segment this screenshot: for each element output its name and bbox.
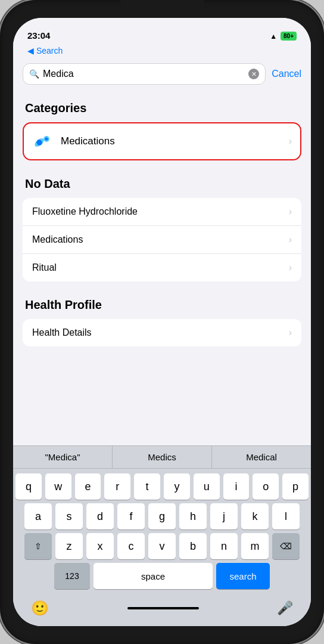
key-q[interactable]: q bbox=[15, 473, 42, 500]
autocomplete-row: "Medica" Medics Medical bbox=[13, 445, 311, 469]
key-d[interactable]: d bbox=[86, 503, 114, 530]
health-profile-header: Health Profile bbox=[13, 289, 311, 317]
scroll-content: Categories Medications › No Data bbox=[13, 92, 311, 445]
status-bar: 23:04 ▲ 80+ bbox=[13, 18, 311, 44]
bottom-bar: 🙂 🎤 bbox=[13, 595, 311, 626]
key-o[interactable]: o bbox=[253, 473, 279, 500]
key-h[interactable]: h bbox=[179, 503, 207, 530]
keyboard-keys: q w e r t y u i o p a s d f g bbox=[13, 469, 311, 595]
keyboard-area: "Medica" Medics Medical q w e r t y u i … bbox=[13, 445, 311, 626]
key-j[interactable]: j bbox=[210, 503, 238, 530]
fluoxetine-label: Fluoxetine Hydrochloride bbox=[32, 206, 289, 217]
health-details-chevron: › bbox=[289, 327, 292, 338]
notch bbox=[120, 0, 204, 17]
key-r[interactable]: r bbox=[104, 473, 130, 500]
autocomplete-item[interactable]: Medics bbox=[113, 446, 212, 468]
key-y[interactable]: y bbox=[164, 473, 190, 500]
battery-badge: 80+ bbox=[281, 32, 297, 41]
fluoxetine-chevron: › bbox=[289, 206, 292, 217]
status-icons: ▲ 80+ bbox=[270, 32, 297, 41]
key-u[interactable]: u bbox=[194, 473, 220, 500]
space-key[interactable]: space bbox=[94, 563, 213, 589]
key-g[interactable]: g bbox=[148, 503, 176, 530]
medications-nodata-label: Medications bbox=[32, 234, 289, 245]
key-t[interactable]: t bbox=[134, 473, 160, 500]
key-l[interactable]: l bbox=[272, 503, 300, 530]
medications-category-chevron: › bbox=[289, 136, 292, 147]
autocomplete-item[interactable]: Medical bbox=[212, 446, 311, 468]
back-nav-label[interactable]: ◀ Search bbox=[27, 46, 63, 55]
search-input-text[interactable]: Medica bbox=[43, 69, 245, 79]
key-c[interactable]: c bbox=[117, 533, 145, 559]
key-s[interactable]: s bbox=[55, 503, 83, 530]
no-data-list: Fluoxetine Hydrochloride › Medications ›… bbox=[23, 198, 301, 281]
cancel-button[interactable]: Cancel bbox=[272, 69, 301, 79]
key-row-1: q w e r t y u i o p bbox=[15, 473, 309, 500]
key-row-2: a s d f g h j k l bbox=[15, 503, 309, 530]
medications-category-label: Medications bbox=[61, 135, 289, 147]
search-key[interactable]: search bbox=[216, 563, 270, 589]
emoji-icon[interactable]: 🙂 bbox=[31, 600, 49, 617]
status-time: 23:04 bbox=[27, 30, 50, 41]
medications-nodata-chevron: › bbox=[289, 234, 292, 245]
mic-icon[interactable]: 🎤 bbox=[277, 600, 293, 616]
autocomplete-item[interactable]: "Medica" bbox=[13, 446, 113, 468]
key-x[interactable]: x bbox=[86, 533, 114, 559]
list-item[interactable]: Ritual › bbox=[23, 254, 301, 281]
key-b[interactable]: b bbox=[179, 533, 207, 559]
key-i[interactable]: i bbox=[223, 473, 250, 500]
search-input-wrapper[interactable]: 🔍 Medica ✕ bbox=[23, 63, 266, 85]
key-row-3: ⇧ z x c v b n m ⌫ bbox=[15, 533, 309, 559]
key-row-4: 123 space search bbox=[15, 563, 309, 589]
key-z[interactable]: z bbox=[55, 533, 83, 559]
phone-frame: 23:04 ▲ 80+ ◀ Search 🔍 Medica ✕ Cancel C… bbox=[0, 0, 324, 644]
pills-icon bbox=[32, 131, 54, 152]
clear-button[interactable]: ✕ bbox=[248, 69, 259, 79]
no-data-header: No Data bbox=[13, 168, 311, 196]
delete-key[interactable]: ⌫ bbox=[272, 533, 300, 559]
list-item[interactable]: Health Details › bbox=[23, 319, 301, 346]
numbers-key[interactable]: 123 bbox=[54, 563, 90, 589]
list-item[interactable]: Fluoxetine Hydrochloride › bbox=[23, 198, 301, 226]
health-profile-list: Health Details › bbox=[23, 319, 301, 346]
list-item[interactable]: Medications › bbox=[23, 226, 301, 254]
key-e[interactable]: e bbox=[75, 473, 101, 500]
key-f[interactable]: f bbox=[117, 503, 145, 530]
phone-screen: 23:04 ▲ 80+ ◀ Search 🔍 Medica ✕ Cancel C… bbox=[13, 18, 311, 626]
key-n[interactable]: n bbox=[210, 533, 238, 559]
ritual-label: Ritual bbox=[32, 262, 289, 273]
wifi-icon: ▲ bbox=[270, 32, 277, 41]
ritual-chevron: › bbox=[289, 262, 292, 273]
search-icon: 🔍 bbox=[29, 69, 39, 79]
back-nav[interactable]: ◀ Search bbox=[13, 44, 311, 61]
categories-header: Categories bbox=[13, 92, 311, 120]
key-m[interactable]: m bbox=[241, 533, 269, 559]
svg-point-3 bbox=[45, 138, 48, 141]
key-w[interactable]: w bbox=[45, 473, 71, 500]
key-k[interactable]: k bbox=[241, 503, 269, 530]
home-indicator bbox=[127, 607, 199, 609]
health-details-label: Health Details bbox=[32, 327, 289, 338]
key-v[interactable]: v bbox=[148, 533, 176, 559]
key-a[interactable]: a bbox=[24, 503, 52, 530]
key-p[interactable]: p bbox=[282, 473, 309, 500]
medications-category-item[interactable]: Medications › bbox=[23, 122, 301, 160]
shift-key[interactable]: ⇧ bbox=[24, 533, 52, 559]
search-bar-container: 🔍 Medica ✕ Cancel bbox=[13, 61, 311, 92]
